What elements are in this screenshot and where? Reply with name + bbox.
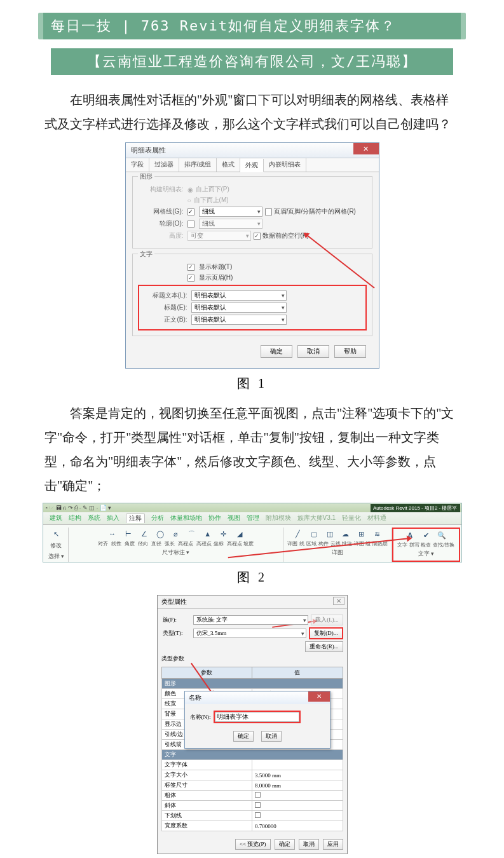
v-tab[interactable]: 8.0000 mm <box>252 780 343 791</box>
radial-dim-icon[interactable]: ◯ <box>154 528 167 540</box>
title-text-combo[interactable]: 明细表默认 <box>191 290 287 301</box>
popup-name-input[interactable] <box>215 712 299 722</box>
arc-dim-icon[interactable]: ⌒ <box>186 528 198 540</box>
tab-struct[interactable]: 结构 <box>69 514 81 523</box>
family-label: 族(F): <box>161 616 191 624</box>
dim-panel-label: 尺寸标注 ▾ <box>162 548 190 558</box>
col-value: 值 <box>252 667 343 679</box>
linear-dim-icon[interactable]: ⊢ <box>122 528 135 540</box>
duplicate-button[interactable]: 复制(D)... <box>309 627 343 639</box>
body-text-combo[interactable]: 明细表默认 <box>191 315 287 325</box>
lbl: 区域 <box>306 540 317 547</box>
tab-sys[interactable]: 系统 <box>88 514 100 523</box>
v-size[interactable]: 3.5000 mm <box>252 770 343 780</box>
tab-fields[interactable]: 字段 <box>126 158 149 172</box>
close-icon[interactable]: ✕ <box>308 691 330 702</box>
tab-arch[interactable]: 建筑 <box>50 514 62 523</box>
height-label: 高度: <box>138 231 187 240</box>
show-title-checkbox[interactable]: ✓ <box>187 264 194 271</box>
tab-embed[interactable]: 内嵌明细表 <box>264 158 306 172</box>
author-banner: 【云南恒业工程造价咨询有限公司，文/王冯聪】 <box>51 48 453 75</box>
ribbon-tabs: 建筑 结构 系统 插入 注释 分析 体量和场地 协作 视图 管理 附加模块 族库… <box>43 512 461 525</box>
rename-button[interactable]: 重命名(R)... <box>305 641 343 652</box>
insulation-icon[interactable]: ≋ <box>371 528 384 540</box>
name-popup: 名称 ✕ 名称(N): 确定 取消 <box>184 691 330 749</box>
apply-button[interactable]: 应用 <box>323 839 343 850</box>
title-banner: 每日一技 | 763 Revit如何自定义明细表字体？ <box>38 13 466 39</box>
tab-appearance[interactable]: 外观 <box>240 159 264 172</box>
preview-button[interactable]: << 预览(P) <box>235 839 270 850</box>
header-text-combo[interactable]: 明细表默认 <box>191 303 287 313</box>
cancel-button[interactable]: 取消 <box>297 345 329 358</box>
tab-addin[interactable]: 附加模块 <box>266 514 291 523</box>
findreplace-icon[interactable]: 🔍 <box>435 529 448 541</box>
underline-checkbox[interactable] <box>255 812 261 818</box>
ok-button[interactable]: 确定 <box>275 839 295 850</box>
outline-label: 轮廓(O): <box>138 219 187 228</box>
outline-checkbox[interactable] <box>187 221 194 228</box>
region-icon[interactable]: ▢ <box>308 528 320 540</box>
panel-dimension: ↔ ⊢ ∠ ◯ ⌀ ⌒ ▲ ✛ ◢ 对齐 线性 角度 径向 直径 弧长 高程点 … <box>69 528 283 562</box>
highlight-box: 标题文本(L):明细表默认 标题(E):明细表默认 正文(B):明细表默认 <box>138 285 367 330</box>
lbl: 弧长 <box>165 540 175 547</box>
outline-combo[interactable]: 细线 <box>199 219 262 229</box>
lbl: 线性 <box>111 540 121 547</box>
gridlines-checkbox[interactable]: ✓ <box>187 208 194 215</box>
close-icon[interactable]: ✕ <box>353 143 379 154</box>
params-label: 类型参数 <box>161 655 343 663</box>
spot-slope-icon[interactable]: ◢ <box>233 528 246 540</box>
panel-select: ↖ 修改 选择 ▾ <box>44 528 69 562</box>
figure-1: 明细表属性 ✕ 字段 过滤器 排序/成组 格式 外观 内嵌明细表 图形 构建明细… <box>0 142 504 369</box>
tab-annotate[interactable]: 注释 <box>126 514 145 523</box>
type-combo[interactable]: 仿宋_3.5mm <box>193 629 307 638</box>
popup-name-label: 名称(N): <box>190 713 211 721</box>
figure-2-caption: 图 2 <box>0 569 504 586</box>
detail-panel-label: 详图 <box>332 548 343 558</box>
tab-view[interactable]: 视图 <box>228 514 240 523</box>
tab-light[interactable]: 轻量化 <box>342 514 361 523</box>
p-bold: 粗体 <box>161 791 252 801</box>
show-header-checkbox[interactable]: ✓ <box>187 275 194 282</box>
grid-hf-checkbox[interactable] <box>265 208 272 215</box>
schedule-props-dialog: 明细表属性 ✕ 字段 过滤器 排序/成组 格式 外观 内嵌明细表 图形 构建明细… <box>125 142 379 369</box>
spellcheck-icon[interactable]: ✔ <box>419 529 432 541</box>
tab-manage[interactable]: 管理 <box>247 514 259 523</box>
lbl: 角度 <box>125 540 135 547</box>
cat-graphic: 图形 <box>161 679 343 689</box>
cancel-button[interactable]: 取消 <box>299 839 319 850</box>
component-icon[interactable]: ◫ <box>324 528 336 540</box>
close-icon[interactable]: ✕ <box>333 597 344 605</box>
lbl: 文字 <box>397 541 407 548</box>
title-text-label: 标题文本(L): <box>142 291 191 300</box>
detail-line-icon[interactable]: ╱ <box>292 528 304 540</box>
tab-filter[interactable]: 过滤器 <box>149 158 179 172</box>
tab-collab[interactable]: 协作 <box>208 514 221 523</box>
spot-coord-icon[interactable]: ✛ <box>217 528 230 540</box>
diameter-dim-icon[interactable]: ⌀ <box>170 528 182 540</box>
tab-sort[interactable]: 排序/成组 <box>179 158 217 172</box>
tab-mat[interactable]: 材料通 <box>367 514 386 523</box>
modify-icon[interactable]: ↖ <box>50 528 62 540</box>
bold-checkbox[interactable] <box>255 792 261 798</box>
blankrow-checkbox[interactable]: ✓ <box>254 233 261 240</box>
angular-dim-icon[interactable]: ∠ <box>138 528 151 540</box>
paragraph-1: 在明细表属性对话框的"外观"窗口下可以对明细表的网格线、表格样式及文字样式进行选… <box>44 88 460 136</box>
tab-insert[interactable]: 插入 <box>107 514 119 523</box>
gridlines-combo[interactable]: 细线 <box>199 207 262 217</box>
dialog-title: 类型属性 <box>161 598 187 605</box>
v-wf[interactable]: 0.700000 <box>252 821 343 831</box>
spot-elev-icon[interactable]: ▲ <box>201 528 214 540</box>
tab-analyze[interactable]: 分析 <box>151 514 164 523</box>
tab-famlib[interactable]: 族库大师V3.1 <box>297 514 336 523</box>
family-combo[interactable]: 系统族: 文字 <box>193 615 309 625</box>
align-dim-icon[interactable]: ↔ <box>106 528 119 540</box>
popup-cancel-button[interactable]: 取消 <box>261 731 282 742</box>
tab-mass[interactable]: 体量和场地 <box>170 514 202 523</box>
tab-format[interactable]: 格式 <box>217 158 240 172</box>
italic-checkbox[interactable] <box>255 802 261 808</box>
popup-ok-button[interactable]: 确定 <box>233 731 254 742</box>
cloud-icon[interactable]: ☁ <box>339 528 352 540</box>
help-button[interactable]: 帮助 <box>334 345 366 358</box>
ok-button[interactable]: 确定 <box>261 345 292 358</box>
group-icon[interactable]: ⊞ <box>355 528 368 540</box>
